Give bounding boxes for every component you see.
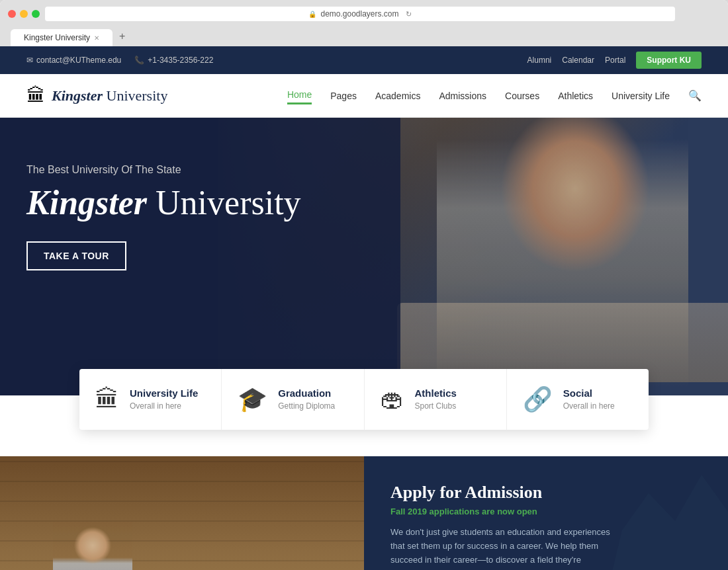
lock-icon: 🔒	[308, 11, 316, 18]
tab-close-icon[interactable]: ✕	[94, 34, 99, 42]
close-button[interactable]	[8, 10, 16, 18]
new-tab-button[interactable]: +	[113, 26, 132, 46]
address-bar[interactable]: 🔒 demo.goodlayers.com ↻	[45, 7, 675, 21]
nav-athletics[interactable]: Athletics	[558, 88, 593, 104]
topbar-right: Alumni Calendar Portal Support KU	[527, 52, 702, 69]
logo-thin: University	[103, 87, 167, 104]
info-card-title-university-life: University Life	[130, 387, 198, 399]
browser-chrome: 🔒 demo.goodlayers.com ↻ Kingster Univers…	[0, 0, 728, 46]
admission-title: Apply for Admission	[390, 483, 702, 503]
nav-pages[interactable]: Pages	[330, 88, 357, 104]
topbar-portal-link[interactable]: Portal	[605, 56, 625, 65]
hero-title-light: University	[147, 184, 301, 222]
info-card-title-graduation: Graduation	[278, 387, 335, 399]
phone-icon: 📞	[134, 56, 144, 65]
tab-title: Kingster University	[24, 33, 90, 42]
search-icon[interactable]: 🔍	[688, 89, 702, 102]
hero-title: Kingster University	[26, 184, 371, 222]
info-strip: 🏛 University Life Overall in here 🎓 Grad…	[79, 369, 649, 430]
email-icon: ✉	[26, 56, 33, 65]
info-card-university-life[interactable]: 🏛 University Life Overall in here	[79, 369, 222, 430]
logo-bold: Kingster	[52, 87, 103, 104]
hero-content: The Best University Of The State Kingste…	[0, 118, 397, 297]
lecture-hall-section	[0, 456, 364, 570]
info-card-title-social: Social	[563, 387, 615, 399]
nav-university-life[interactable]: University Life	[612, 88, 670, 104]
maximize-button[interactable]	[32, 10, 40, 18]
browser-window-controls	[8, 10, 40, 18]
nav-academics[interactable]: Academics	[375, 88, 420, 104]
logo-text: Kingster University	[52, 87, 167, 104]
graduation-icon: 🎓	[238, 387, 267, 411]
athletics-icon: 🏟	[381, 387, 404, 411]
logo[interactable]: 🏛 Kingster University	[26, 85, 167, 106]
url-text: demo.goodlayers.com	[320, 9, 398, 19]
info-card-subtitle-social: Overall in here	[563, 401, 615, 411]
admission-subtitle: Fall 2019 applications are now open	[390, 507, 702, 516]
info-card-text-university-life: University Life Overall in here	[130, 387, 198, 411]
browser-window: 🔒 demo.goodlayers.com ↻ Kingster Univers…	[0, 0, 728, 570]
admission-section: Apply for Admission Fall 2019 applicatio…	[364, 456, 728, 570]
site-content: ✉ contact@KUTheme.edu 📞 +1-3435-2356-222…	[0, 46, 728, 570]
topbar-phone: 📞 +1-3435-2356-222	[134, 56, 213, 65]
social-icon: 🔗	[523, 387, 553, 411]
info-card-social[interactable]: 🔗 Social Overall in here	[507, 369, 649, 430]
nav-admissions[interactable]: Admissions	[439, 88, 486, 104]
phone-text: +1-3435-2356-222	[148, 56, 213, 65]
nav-courses[interactable]: Courses	[505, 88, 539, 104]
info-card-athletics[interactable]: 🏟 Athletics Sport Clubs	[365, 369, 507, 430]
info-card-text-graduation: Graduation Getting Diploma	[278, 387, 335, 411]
topbar-email: ✉ contact@KUTheme.edu	[26, 56, 121, 65]
topbar-calendar-link[interactable]: Calendar	[562, 56, 594, 65]
admission-body: We don't just give students an education…	[390, 526, 615, 570]
reload-icon[interactable]: ↻	[406, 10, 412, 19]
info-card-graduation[interactable]: 🎓 Graduation Getting Diploma	[222, 369, 364, 430]
bottom-section: Apply for Admission Fall 2019 applicatio…	[0, 456, 728, 570]
browser-tab[interactable]: Kingster University ✕	[11, 29, 113, 46]
main-nav: Home Pages Academics Admissions Courses …	[287, 87, 702, 104]
support-button[interactable]: Support KU	[636, 52, 702, 69]
header: 🏛 Kingster University Home Pages Academi…	[0, 74, 728, 118]
info-card-subtitle-athletics: Sport Clubs	[415, 401, 457, 411]
admission-content: Apply for Admission Fall 2019 applicatio…	[390, 483, 702, 570]
hero-title-bold: Kingster	[26, 184, 147, 222]
logo-icon: 🏛	[26, 85, 45, 106]
take-tour-button[interactable]: Take A Tour	[26, 241, 126, 270]
hero-section: The Best University Of The State Kingste…	[0, 118, 728, 395]
topbar: ✉ contact@KUTheme.edu 📞 +1-3435-2356-222…	[0, 46, 728, 74]
nav-home[interactable]: Home	[287, 87, 312, 104]
info-card-title-athletics: Athletics	[415, 387, 457, 399]
email-text: contact@KUTheme.edu	[36, 56, 121, 65]
topbar-left: ✉ contact@KUTheme.edu 📞 +1-3435-2356-222	[26, 56, 213, 65]
info-card-subtitle-graduation: Getting Diploma	[278, 401, 335, 411]
hero-subtitle: The Best University Of The State	[26, 164, 371, 176]
professor-figure	[53, 522, 132, 570]
topbar-alumni-link[interactable]: Alumni	[527, 56, 552, 65]
info-card-text-social: Social Overall in here	[563, 387, 615, 411]
university-life-icon: 🏛	[95, 387, 119, 411]
minimize-button[interactable]	[20, 10, 28, 18]
info-card-subtitle-university-life: Overall in here	[130, 401, 198, 411]
info-card-text-athletics: Athletics Sport Clubs	[415, 387, 457, 411]
